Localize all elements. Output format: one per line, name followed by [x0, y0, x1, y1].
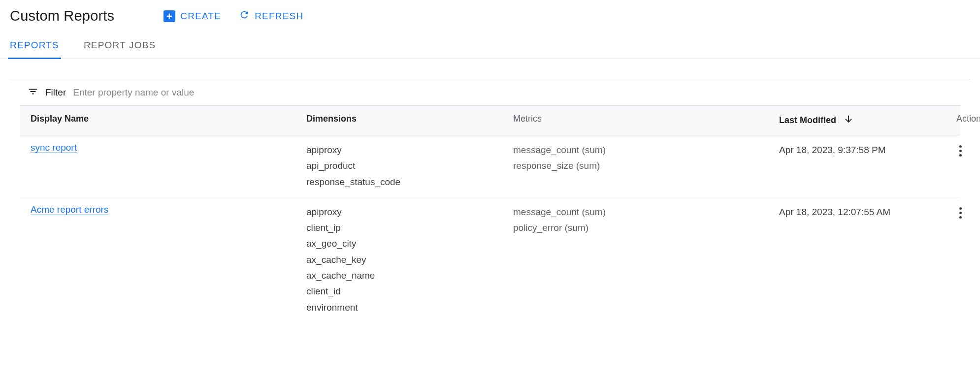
- col-header-metrics[interactable]: Metrics: [502, 114, 768, 127]
- metrics-cell: message_count (sum) policy_error (sum): [502, 204, 768, 236]
- report-name-link[interactable]: sync report: [31, 142, 77, 153]
- metrics-cell: message_count (sum) response_size (sum): [502, 142, 768, 174]
- refresh-button[interactable]: REFRESH: [239, 9, 303, 23]
- table-row: sync report apiproxy api_product respons…: [20, 135, 960, 197]
- tabs: REPORTS REPORT JOBS: [0, 33, 980, 59]
- col-header-dimensions[interactable]: Dimensions: [295, 114, 502, 127]
- row-actions-menu[interactable]: [956, 204, 965, 222]
- filter-input[interactable]: [73, 87, 270, 98]
- kebab-dot: [959, 145, 962, 148]
- refresh-button-label: REFRESH: [255, 11, 303, 22]
- table-row: Acme report errors apiproxy client_ip ax…: [20, 197, 960, 322]
- last-modified-cell: Apr 18, 2023, 9:37:58 PM: [768, 142, 946, 158]
- col-header-last-modified[interactable]: Last Modified: [768, 114, 946, 127]
- filter-icon: [28, 86, 38, 98]
- col-header-display-name[interactable]: Display Name: [20, 114, 295, 127]
- arrow-down-icon: [843, 114, 854, 127]
- create-button[interactable]: + CREATE: [163, 10, 221, 22]
- filter-bar: Filter: [10, 79, 970, 105]
- kebab-dot: [959, 207, 962, 210]
- refresh-icon: [239, 9, 250, 23]
- dimensions-cell: apiproxy client_ip ax_geo_city ax_cache_…: [295, 204, 502, 316]
- table-header-row: Display Name Dimensions Metrics Last Mod…: [20, 105, 960, 135]
- kebab-dot: [959, 150, 962, 152]
- page-title: Custom Reports: [10, 8, 114, 24]
- col-header-last-modified-label: Last Modified: [779, 115, 836, 126]
- kebab-dot: [959, 154, 962, 157]
- kebab-dot: [959, 212, 962, 214]
- report-name-link[interactable]: Acme report errors: [31, 204, 108, 215]
- filter-label: Filter: [45, 87, 66, 98]
- page-header: Custom Reports + CREATE REFRESH: [0, 0, 980, 33]
- filter-section: Filter Display Name Dimensions Metrics L…: [10, 79, 970, 322]
- tab-reports[interactable]: REPORTS: [10, 33, 59, 59]
- create-button-label: CREATE: [180, 11, 221, 22]
- kebab-dot: [959, 216, 962, 219]
- header-actions: + CREATE REFRESH: [163, 9, 303, 23]
- last-modified-cell: Apr 18, 2023, 12:07:55 AM: [768, 204, 946, 220]
- tab-report-jobs[interactable]: REPORT JOBS: [84, 33, 156, 59]
- plus-icon: +: [163, 10, 175, 22]
- col-header-actions: Actions: [946, 114, 980, 127]
- dimensions-cell: apiproxy api_product response_status_cod…: [295, 142, 502, 190]
- row-actions-menu[interactable]: [956, 142, 965, 159]
- reports-table: Display Name Dimensions Metrics Last Mod…: [20, 105, 960, 322]
